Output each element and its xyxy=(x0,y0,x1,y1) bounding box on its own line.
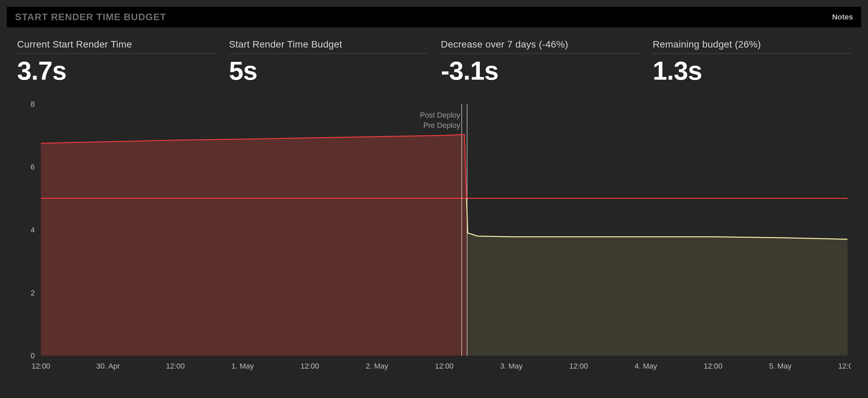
panel-title: START RENDER TIME BUDGET xyxy=(15,12,166,23)
x-tick-label: 12:00 xyxy=(435,362,453,370)
x-tick-label: 12:00 xyxy=(838,362,851,370)
metric-value: 5s xyxy=(229,56,428,85)
x-tick-label: 5. May xyxy=(769,362,792,370)
x-tick-label: 2. May xyxy=(366,362,388,370)
chart[interactable]: Post DeployPre Deploy0246812:0030. Apr12… xyxy=(17,101,851,373)
y-tick-label: 2 xyxy=(31,289,35,297)
dashboard-panel: START RENDER TIME BUDGET Notes Current S… xyxy=(0,7,868,398)
y-tick-label: 4 xyxy=(31,226,35,234)
chart-svg[interactable]: Post DeployPre Deploy0246812:0030. Apr12… xyxy=(17,101,851,373)
notes-link[interactable]: Notes xyxy=(832,13,853,22)
deploy-annotation: Post Deploy xyxy=(420,111,460,119)
panel-header: START RENDER TIME BUDGET Notes xyxy=(7,7,861,27)
y-tick-label: 0 xyxy=(31,351,35,360)
x-tick-label: 12:00 xyxy=(704,362,723,370)
area-above-budget xyxy=(41,134,467,356)
y-tick-label: 6 xyxy=(31,163,35,171)
x-tick-label: 1. May xyxy=(231,362,254,370)
series-line xyxy=(466,198,847,239)
x-tick-label: 12:00 xyxy=(166,362,185,370)
metric-decrease: Decrease over 7 days (-46%) -3.1s xyxy=(441,39,639,85)
area-below-budget xyxy=(466,198,847,356)
metric-value: 3.7s xyxy=(17,56,215,85)
metric-remaining: Remaining budget (26%) 1.3s xyxy=(653,39,851,85)
metric-value: 1.3s xyxy=(653,56,851,85)
metrics-row: Current Start Render Time 3.7s Start Ren… xyxy=(7,38,861,85)
x-tick-label: 3. May xyxy=(500,362,523,370)
x-tick-label: 30. Apr xyxy=(96,362,120,370)
x-tick-label: 12:00 xyxy=(569,362,588,370)
deploy-annotation: Pre Deploy xyxy=(423,121,460,130)
metric-label: Start Render Time Budget xyxy=(229,39,428,54)
metric-budget: Start Render Time Budget 5s xyxy=(229,39,428,85)
x-tick-label: 12:00 xyxy=(31,362,50,370)
y-tick-label: 8 xyxy=(31,101,35,108)
metric-label: Decrease over 7 days (-46%) xyxy=(441,39,639,54)
metric-label: Remaining budget (26%) xyxy=(653,39,851,54)
metric-value: -3.1s xyxy=(441,56,639,85)
x-tick-label: 4. May xyxy=(635,362,657,370)
x-tick-label: 12:00 xyxy=(300,362,319,370)
metric-current: Current Start Render Time 3.7s xyxy=(17,39,215,85)
metric-label: Current Start Render Time xyxy=(17,39,215,54)
